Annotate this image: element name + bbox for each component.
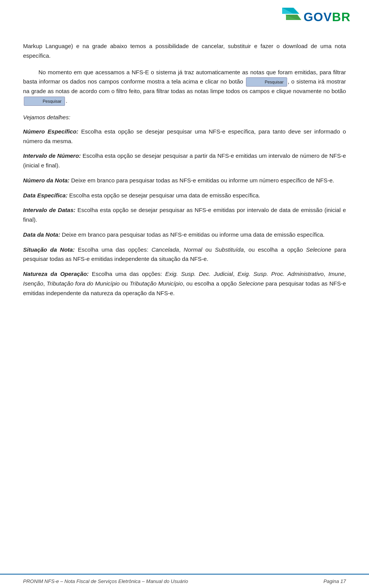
govbr-logo-text: GOVBR xyxy=(304,10,351,24)
footer-left-text: PRONIM NFS-e – Nota Fiscal de Serviços E… xyxy=(23,578,188,584)
footer-right-text: Pagina 17 xyxy=(323,578,346,584)
detail-intervalo-datas: Intervalo de Datas: Escolha esta opção s… xyxy=(23,205,346,225)
logo-br-text: BR xyxy=(332,10,351,24)
paragraph-2: No momento em que acessamos a NFS-E o si… xyxy=(23,68,346,106)
detail-numero-especifico: Número Específico: Escolha esta opção se… xyxy=(23,127,346,146)
detail-label-natureza-operacao: Natureza da Operação: xyxy=(23,271,89,277)
pesquisar-button-inline-1[interactable]: Pesquisar xyxy=(246,77,287,87)
detail-natureza-operacao: Natureza da Operação: Escolha uma das op… xyxy=(23,269,346,298)
page-container: GOVBR Markup Language) e na grade abaixo… xyxy=(0,0,369,588)
govbr-logo-icon xyxy=(278,7,301,27)
detail-intervalo-numero: Intervalo de Número: Escolha esta opção … xyxy=(23,151,346,170)
section-intro: Vejamos detalhes: xyxy=(23,113,346,122)
detail-data-nota: Data da Nota: Deixe em branco para pesqu… xyxy=(23,230,346,240)
main-content: Markup Language) e na grade abaixo temos… xyxy=(0,31,369,574)
detail-data-especifica: Data Específica: Escolha esta opção se d… xyxy=(23,191,346,200)
detail-label-data-especifica: Data Específica: xyxy=(23,192,68,199)
paragraph-1: Markup Language) e na grade abaixo temos… xyxy=(23,42,346,61)
detail-label-numero-nota: Número da Nota: xyxy=(23,177,70,184)
header: GOVBR xyxy=(0,0,369,31)
footer: PRONIM NFS-e – Nota Fiscal de Serviços E… xyxy=(0,574,369,588)
detail-label-intervalo-numero: Intervalo de Número: xyxy=(23,152,81,159)
detail-situacao-nota: Situação da Nota: Escolha uma das opções… xyxy=(23,245,346,264)
govbr-logo: GOVBR xyxy=(278,7,351,27)
detail-label-intervalo-datas: Intervalo de Datas: xyxy=(23,207,75,213)
detail-label-numero-especifico: Número Específico: xyxy=(23,128,78,135)
logo-gov-text: GOV xyxy=(304,10,332,24)
detail-numero-nota: Número da Nota: Deixe em branco para pes… xyxy=(23,176,346,185)
pesquisar-button-inline-2[interactable]: Pesquisar xyxy=(24,97,65,106)
logo-container: GOVBR xyxy=(278,7,351,27)
detail-label-situacao-nota: Situação da Nota: xyxy=(23,246,75,253)
detail-label-data-nota: Data da Nota: xyxy=(23,231,60,238)
